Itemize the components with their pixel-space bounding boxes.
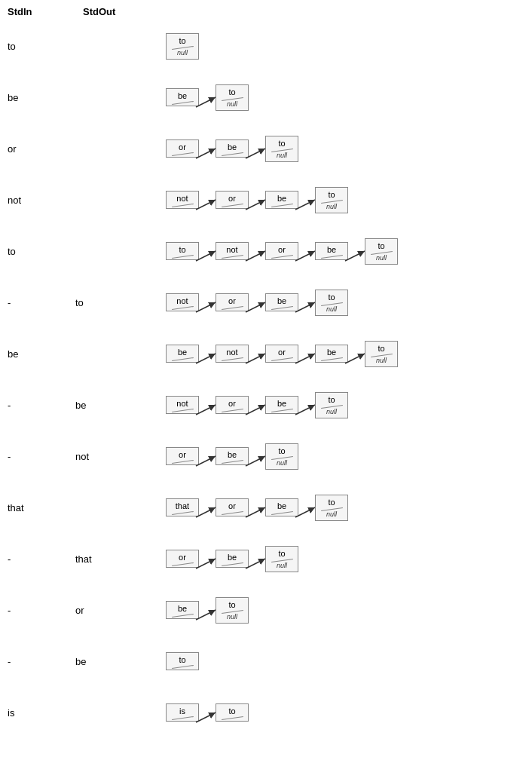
node-word: to [227, 599, 237, 610]
node-word: or [227, 501, 237, 511]
node-line [222, 409, 243, 412]
node-word: or [177, 449, 188, 460]
list-item: to [166, 242, 199, 260]
stdout-label: be [75, 400, 166, 411]
list-item: tonull [365, 341, 398, 367]
list-item: be [315, 345, 348, 363]
list-item: tonull [166, 33, 199, 60]
node-line [321, 255, 343, 259]
node-word: or [227, 296, 237, 306]
node-line [172, 409, 194, 412]
nodes-area: isto [166, 698, 532, 727]
node-line [172, 716, 194, 720]
node-word: be [226, 449, 238, 460]
svg-line-37 [246, 405, 265, 415]
node-line [172, 204, 194, 207]
list-item: be [216, 447, 249, 465]
node-line [172, 562, 194, 566]
nodes-area: tonotorbetonull [166, 237, 532, 265]
node-line [172, 460, 194, 464]
nodes-area: benotorbetonull [166, 339, 532, 368]
node-line [321, 357, 343, 361]
node-line [172, 255, 194, 259]
node-line [172, 665, 194, 669]
node-word: be [176, 347, 188, 357]
node-line [172, 614, 194, 618]
nodes-area: tonull [166, 33, 532, 60]
stdout-label: that [75, 553, 166, 565]
stdin-label: to [0, 246, 75, 257]
svg-line-17 [295, 251, 315, 261]
node-line [172, 357, 194, 361]
list-item: tonull [315, 392, 348, 418]
node-line [222, 255, 243, 259]
stdout-label: be [75, 656, 166, 667]
node-line [271, 255, 293, 259]
node-word: be [176, 603, 188, 614]
svg-line-1 [196, 97, 216, 107]
svg-line-57 [196, 713, 216, 722]
node-word: to [277, 138, 286, 149]
list-item: be [216, 550, 249, 568]
node-line [271, 306, 293, 310]
table-row: -thatorbetonull [0, 533, 532, 584]
svg-line-45 [196, 507, 216, 517]
node-word: to [177, 35, 187, 46]
node-word: or [227, 398, 237, 409]
stdin-label: - [0, 400, 75, 411]
node-line [271, 511, 293, 515]
list-item: to [216, 703, 249, 722]
svg-line-5 [246, 149, 265, 158]
stdin-label: or [0, 143, 75, 155]
header-stdin: StdIn [8, 6, 83, 17]
list-item: be [216, 139, 249, 158]
node-word: to [177, 654, 187, 665]
list-item: or [166, 139, 199, 158]
list-item: be [166, 345, 199, 363]
list-item: tonull [265, 546, 298, 572]
list-item: be [265, 396, 298, 414]
svg-line-25 [295, 302, 315, 312]
svg-line-19 [345, 251, 365, 261]
node-word: that [174, 501, 191, 511]
node-word: to [227, 87, 237, 97]
list-item: or [166, 550, 199, 568]
table-row: -tonotorbetonull [0, 277, 532, 328]
stdout-label: not [75, 451, 166, 462]
list-item: or [265, 242, 298, 260]
node-word: to [227, 706, 237, 716]
node-word: be [226, 552, 238, 562]
table-row: ororbetonull [0, 123, 532, 174]
node-word: to [326, 394, 336, 405]
list-item: be [166, 88, 199, 106]
node-word: to [277, 548, 286, 559]
node-word: be [276, 398, 288, 409]
table-row: notnotorbetonull [0, 174, 532, 225]
node-word: to [326, 292, 336, 302]
stdin-label: be [0, 92, 75, 103]
nodes-area: orbetonull [166, 442, 532, 470]
node-null: null [177, 49, 188, 57]
nodes-area: to [166, 652, 532, 670]
node-word: not [225, 244, 239, 255]
stdin-label: - [0, 451, 75, 462]
node-word: to [326, 497, 336, 507]
node-word: be [276, 193, 288, 204]
node-null: null [277, 459, 287, 467]
header: StdIn StdOut [0, 0, 532, 20]
node-word: be [226, 142, 238, 152]
stdin-label: be [0, 348, 75, 360]
node-word: or [177, 142, 188, 152]
svg-line-39 [295, 405, 315, 415]
svg-line-35 [196, 405, 216, 415]
svg-line-47 [246, 507, 265, 517]
table-row: -benotorbetonull [0, 379, 532, 431]
list-item: tonull [265, 136, 298, 162]
nodes-area: thatorbetonull [166, 493, 532, 522]
node-line [222, 204, 243, 207]
list-item: or [265, 345, 298, 363]
node-word: or [277, 244, 287, 255]
node-null: null [227, 100, 237, 109]
node-word: is [178, 706, 187, 716]
stdin-label: - [0, 297, 75, 308]
